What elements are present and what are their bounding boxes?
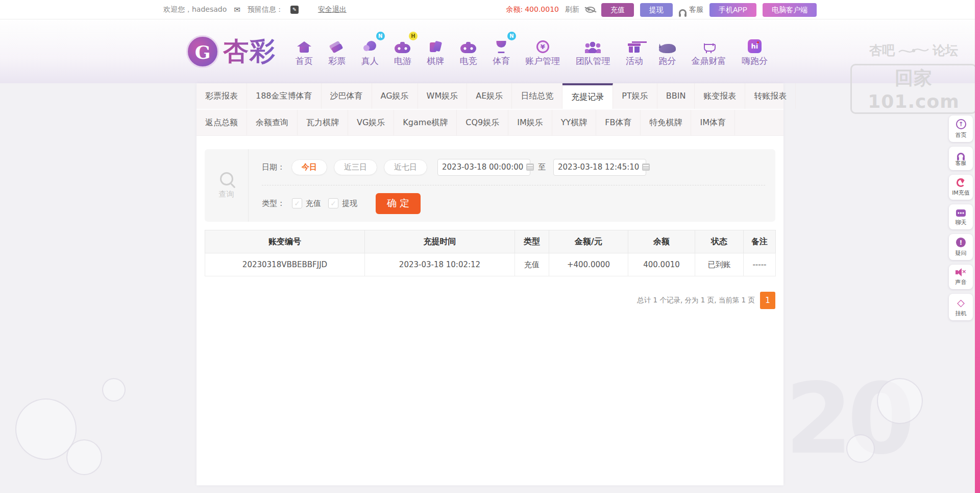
side-sound-button[interactable]: × 声音 — [949, 265, 973, 289]
side-chat-button[interactable]: 聊天 — [949, 204, 973, 229]
checkbox-icon[interactable] — [328, 198, 338, 208]
tab-rebate-total[interactable]: 返点总额 — [197, 110, 247, 135]
tab-ag[interactable]: AG娱乐 — [372, 83, 418, 109]
checkbox-icon[interactable] — [292, 198, 302, 208]
cell-remark: ----- — [744, 253, 776, 276]
page-1-button[interactable]: 1 — [760, 292, 775, 309]
side-home-button[interactable]: 首页 — [949, 115, 973, 142]
mail-icon[interactable] — [234, 5, 240, 14]
confirm-button[interactable]: 确 定 — [376, 193, 421, 214]
tab-balance-query[interactable]: 余额查询 — [247, 110, 298, 135]
ding-vessel-icon — [703, 42, 715, 53]
nav-item-egames[interactable]: H 电游 — [394, 36, 411, 67]
live-person-icon — [363, 40, 377, 53]
pagination: 总计 1 个记录, 分为 1 页, 当前第 1 页 1 — [205, 292, 775, 309]
search-icon — [220, 172, 233, 185]
decorative-art-right: 20 — [785, 358, 953, 493]
nav-item-promotions[interactable]: 活动 — [626, 36, 643, 67]
tab-vg[interactable]: VG娱乐 — [348, 110, 394, 135]
tab-188-sport[interactable]: 188金宝博体育 — [247, 83, 322, 109]
quick-3days-button[interactable]: 近三日 — [334, 159, 377, 175]
tab-account-change-report[interactable]: 账变报表 — [695, 83, 745, 109]
tab-fb-sport[interactable]: FB体育 — [596, 110, 641, 135]
tab-kgame[interactable]: Kgame棋牌 — [394, 110, 457, 135]
edit-pencil-icon[interactable] — [290, 6, 299, 14]
tab-wali[interactable]: 瓦力棋牌 — [298, 110, 348, 135]
team-icon — [585, 41, 601, 53]
diamond-icon — [957, 297, 965, 308]
cell-time: 2023-03-18 10:02:12 — [365, 253, 515, 276]
coin-icon — [536, 40, 549, 53]
side-service-button[interactable]: 客服 — [949, 147, 973, 170]
col-change-id: 账变编号 — [205, 230, 365, 253]
calendar-icon[interactable] — [642, 163, 650, 171]
type-deposit-checkbox[interactable]: 充值 — [292, 198, 321, 208]
tab-im[interactable]: IM娱乐 — [508, 110, 552, 135]
tab-ae[interactable]: AE娱乐 — [467, 83, 512, 109]
nav-item-esports[interactable]: 电竞 — [460, 36, 477, 67]
tab-transfer-report[interactable]: 转账报表 — [745, 83, 796, 109]
date-from-input[interactable]: 2023-03-18 00:00:00 — [437, 159, 530, 176]
tab-temian[interactable]: 特免棋牌 — [641, 110, 691, 135]
trophy-icon — [495, 41, 508, 53]
side-im-recharge-button[interactable]: IM充值 — [949, 175, 973, 200]
tab-daily-summary[interactable]: 日结总览 — [512, 83, 562, 109]
question-icon — [956, 238, 966, 247]
nav-item-sports[interactable]: N 体育 — [493, 36, 510, 67]
date-to-input[interactable]: 2023-03-18 12:45:10 — [553, 159, 646, 176]
quick-7days-button[interactable]: 近七日 — [384, 159, 427, 175]
refresh-link[interactable]: 刷新 — [565, 5, 579, 14]
floating-side-menu: 首页 客服 IM充值 聊天 疑问 × 声音 挂机 — [949, 115, 973, 320]
side-question-button[interactable]: 疑问 — [949, 234, 973, 260]
tab-lottery-report[interactable]: 彩票报表 — [197, 83, 247, 109]
type-withdraw-checkbox[interactable]: 提现 — [328, 198, 357, 208]
decorative-art-left — [10, 317, 174, 493]
tab-pt[interactable]: PT娱乐 — [613, 83, 657, 109]
query-filter-panel: 查询 日期： 今日 近三日 近七日 2023-03-18 00:00:00 至 … — [205, 149, 775, 222]
nav-item-home[interactable]: 首页 — [296, 36, 313, 67]
watermark-left-text: 杏吧 — [869, 42, 895, 59]
pc-client-button[interactable]: 电脑客户端 — [763, 3, 817, 17]
logo-emblem-icon — [186, 35, 219, 68]
quick-today-button[interactable]: 今日 — [291, 159, 327, 175]
mobile-app-button[interactable]: 手机APP — [709, 3, 756, 17]
report-tabs-row1: 彩票报表 188金宝博体育 沙巴体育 AG娱乐 WM娱乐 AE娱乐 日结总览 充… — [197, 83, 783, 110]
col-time: 充提时间 — [365, 230, 515, 253]
nav-item-lottery[interactable]: 彩票 — [328, 36, 346, 67]
tab-recharge-withdraw-records[interactable]: 充提记录 — [562, 83, 613, 109]
topbar: 欢迎您，hadesado 预留信息： 安全退出 余额:400.0010 刷新 充… — [0, 0, 980, 19]
nav-item-paofen[interactable]: 跑分 — [658, 36, 676, 67]
tab-im-sport[interactable]: IM体育 — [691, 110, 735, 135]
tab-yy[interactable]: YY棋牌 — [552, 110, 597, 135]
tab-bbin[interactable]: BBIN — [657, 83, 695, 109]
pink-edge-strip[interactable] — [975, 0, 980, 493]
cell-status: 已到账 — [695, 253, 744, 276]
nav-item-boardgames[interactable]: 棋牌 — [427, 36, 444, 67]
withdraw-button[interactable]: 提现 — [640, 3, 673, 17]
logout-link[interactable]: 安全退出 — [318, 5, 347, 14]
cell-type: 充值 — [515, 253, 549, 276]
side-idle-button[interactable]: 挂机 — [949, 294, 973, 320]
welcome-text: 欢迎您，hadesado — [163, 5, 227, 14]
chat-bubble-icon — [956, 209, 966, 217]
tab-cq9[interactable]: CQ9娱乐 — [457, 110, 508, 135]
home-up-icon — [956, 119, 966, 129]
flourish-icon — [898, 45, 929, 56]
eye-off-icon[interactable] — [585, 7, 595, 13]
tab-wm[interactable]: WM娱乐 — [418, 83, 468, 109]
nav-item-account[interactable]: 账户管理 — [525, 36, 560, 67]
watermark-right-text: 论坛 — [933, 42, 958, 59]
forum-watermark: 杏吧 论坛 回家101.com — [850, 42, 977, 114]
nav-item-jinding[interactable]: 金鼎财富 — [692, 36, 726, 67]
calendar-icon[interactable] — [526, 163, 534, 171]
records-panel: 彩票报表 188金宝博体育 沙巴体育 AG娱乐 WM娱乐 AE娱乐 日结总览 充… — [197, 83, 783, 485]
customer-service-link[interactable]: 客服 — [679, 5, 703, 14]
site-logo[interactable]: 杏彩 — [186, 34, 276, 68]
nav-item-hipaofen[interactable]: 嗨跑分 — [742, 36, 768, 67]
nav-item-team[interactable]: 团队管理 — [576, 36, 610, 67]
table-header-row: 账变编号 充提时间 类型 金额/元 余额 状态 备注 — [205, 230, 776, 253]
watermark-domain: 回家101.com — [850, 64, 977, 114]
deposit-button[interactable]: 充值 — [601, 3, 634, 17]
tab-saba-sport[interactable]: 沙巴体育 — [322, 83, 372, 109]
nav-item-live[interactable]: N 真人 — [361, 36, 379, 67]
